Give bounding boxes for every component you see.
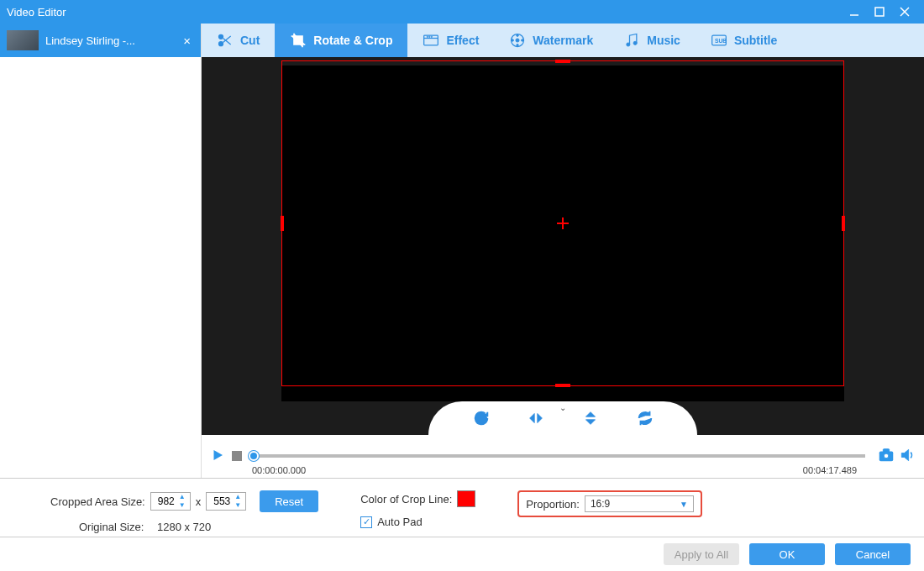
svg-rect-25 [883,448,889,452]
timeline-knob[interactable] [249,451,259,461]
svg-point-12 [432,36,433,37]
svg-point-20 [633,41,637,45]
spinner-up-icon[interactable]: ▲ [176,493,188,501]
crop-width-input[interactable]: ▲▼ [150,492,191,511]
crop-color-swatch[interactable] [457,490,475,507]
svg-point-15 [517,34,519,37]
svg-point-14 [516,39,519,42]
svg-point-10 [428,36,428,37]
file-list-item[interactable]: Lindsey Stirling -... × [0,24,201,57]
svg-point-16 [517,45,519,47]
total-time: 00:04:17.489 [803,465,857,475]
dimension-separator: x [196,495,202,508]
tool-tabs: Cut Rotate & Crop Effect Watermark Music… [202,24,924,57]
tab-label: Cut [240,34,260,47]
svg-text:SUB: SUB [715,38,727,44]
svg-point-19 [627,43,630,46]
tab-label: Watermark [533,34,593,47]
crop-width-value[interactable] [151,495,176,508]
cancel-button[interactable]: Cancel [835,543,911,565]
crop-handle-west[interactable] [281,216,284,231]
svg-rect-1 [875,8,884,16]
ok-button[interactable]: OK [749,543,825,565]
preview-stage: ⌄ [202,57,924,435]
crop-rectangle[interactable] [281,60,844,386]
file-sidebar: Lindsey Stirling -... × [0,24,202,478]
flip-horizontal-button[interactable] [524,406,548,430]
svg-point-17 [512,39,514,42]
spinner-down-icon[interactable]: ▼ [176,501,188,510]
stop-button[interactable] [232,451,242,461]
file-name: Lindsey Stirling -... [45,34,180,47]
crop-center-marker [557,223,569,224]
watermark-icon [509,32,526,49]
flip-vertical-button[interactable] [579,406,602,430]
music-icon [623,32,640,49]
time-labels: 00:00:00.000 00:04:17.489 [252,465,857,475]
original-size-label: Original Size: [79,521,144,533]
crop-color-label: Color of Crop Line: [360,493,452,506]
timeline-slider[interactable] [254,454,865,458]
tab-effect[interactable]: Effect [407,24,494,57]
tab-cut[interactable]: Cut [202,24,275,57]
proportion-label: Proportion: [526,498,580,511]
play-button[interactable] [210,448,225,465]
title-bar: Video Editor [0,0,924,24]
dialog-footer: Apply to All OK Cancel [0,537,924,571]
volume-button[interactable] [899,447,916,466]
svg-point-24 [884,453,889,458]
tab-watermark[interactable]: Watermark [494,24,608,57]
tab-label: Effect [446,34,479,47]
file-remove-icon[interactable]: × [180,34,194,48]
file-thumbnail [7,30,39,50]
crop-area-label: Cropped Area Size: [50,495,145,508]
crop-height-input[interactable]: ▲▼ [206,492,246,511]
current-time: 00:00:00.000 [252,465,306,475]
crop-handle-north[interactable] [555,60,570,63]
refresh-button[interactable] [633,406,657,430]
svg-point-4 [219,34,223,39]
crop-handle-east[interactable] [842,216,845,231]
maximize-button[interactable] [867,0,892,24]
tab-music[interactable]: Music [608,24,696,57]
tab-label: Subtitle [734,34,777,47]
proportion-group: Proportion: 16:9 ▼ [517,490,702,517]
close-button[interactable] [892,0,917,24]
effect-icon [423,32,439,49]
snapshot-button[interactable] [877,446,895,467]
reset-button[interactable]: Reset [260,490,318,512]
proportion-select[interactable]: 16:9 ▼ [585,495,694,512]
tab-subtitle[interactable]: SUB Subtitle [696,24,792,57]
svg-point-5 [219,42,223,46]
chevron-down-icon[interactable]: ⌄ [559,403,566,412]
crop-height-value[interactable] [207,495,232,508]
spinner-down-icon[interactable]: ▼ [232,501,244,510]
apply-to-all-button[interactable]: Apply to All [664,543,739,565]
crop-handle-south[interactable] [555,384,570,387]
tab-label: Rotate & Crop [313,34,392,47]
auto-pad-checkbox[interactable]: ✓ [360,516,372,528]
original-size-value: 1280 x 720 [157,521,211,533]
spinner-up-icon[interactable]: ▲ [232,493,244,501]
rotate-cw-button[interactable] [470,406,493,430]
rotate-toolbar: ⌄ [428,401,697,435]
auto-pad-label: Auto Pad [377,516,423,528]
crop-icon [290,32,307,49]
tab-label: Music [647,34,680,47]
scissors-icon [217,32,234,49]
chevron-down-icon: ▼ [680,500,688,509]
svg-point-18 [522,39,524,42]
subtitle-icon: SUB [711,32,727,49]
playback-bar: 00:00:00.000 00:04:17.489 [202,435,924,477]
svg-point-11 [429,36,430,37]
window-title: Video Editor [7,6,842,18]
crop-settings: Cropped Area Size: ▲▼ x ▲▼ Reset Origina… [0,478,924,537]
minimize-button[interactable] [842,0,867,24]
tab-rotate-crop[interactable]: Rotate & Crop [275,24,407,57]
proportion-value: 16:9 [591,498,610,510]
